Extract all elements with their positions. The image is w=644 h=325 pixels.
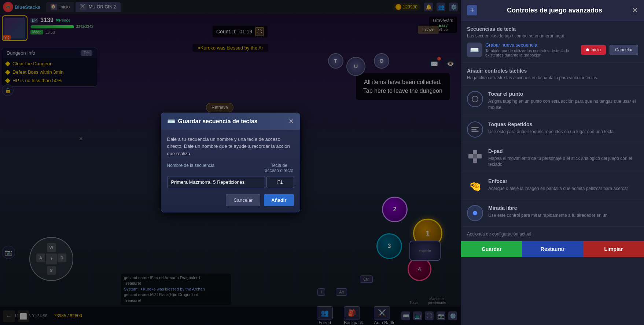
mirada-libre-desc: Usa este control para mirar rápidamente …	[488, 212, 638, 219]
restaurar-button[interactable]: Restaurar	[522, 241, 583, 257]
toques-repetidos-text: Toques Repetidos Use esto para añadir to…	[488, 121, 638, 135]
tocar-punto-text: Tocar el punto Asigna tapping en un punt…	[488, 91, 638, 111]
form-inputs	[167, 176, 294, 188]
inicio-button[interactable]: Inicio	[581, 45, 606, 55]
modal-close-button[interactable]: ✕	[288, 118, 294, 125]
modal-cancel-button[interactable]: Cancelar	[226, 194, 260, 206]
right-panel-close[interactable]: ✕	[632, 6, 638, 15]
right-panel-header: + Controles de juego avanzados ✕	[461, 0, 644, 21]
control-dpad: D-pad Mapea el movimiento de tu personaj…	[461, 143, 644, 174]
label-name: Nombre de la secuencia	[167, 163, 265, 173]
right-panel: + Controles de juego avanzados ✕ Secuenc…	[461, 0, 644, 325]
tactile-title: Añadir controles táctiles	[467, 68, 638, 74]
modal-add-button[interactable]: Añadir	[264, 194, 294, 206]
modal-header: ⌨️ Guardar secuencia de teclas ✕	[161, 113, 300, 130]
enfocar-text: Enfocar Acerque o aleje la imagen en pan…	[488, 178, 638, 192]
label-key: Tecla de acceso directo	[265, 163, 294, 173]
modal-title: ⌨️ Guardar secuencia de teclas	[167, 117, 258, 125]
enfocar-desc: Acerque o aleje la imagen en pantalla qu…	[488, 186, 638, 192]
guardar-button[interactable]: Guardar	[461, 241, 522, 257]
hotkey-input[interactable]	[266, 176, 294, 188]
circle-icon	[472, 96, 478, 102]
config-actions-label: Acciones de configuración actual	[461, 227, 644, 241]
limpiar-button[interactable]: Limpiar	[583, 241, 644, 257]
control-enfocar: 🤏 Enfocar Acerque o aleje la imagen en p…	[461, 173, 644, 200]
sequences-title: Secuencias de tecla	[467, 26, 638, 32]
enfocar-icon: 🤏	[467, 178, 483, 194]
mirada-libre-text: Mirada libre Usa este control para mirar…	[488, 205, 638, 219]
form-labels: Nombre de la secuencia Tecla de acceso d…	[167, 163, 294, 173]
sequences-section: Secuencias de tecla Las secuencias de ta…	[461, 21, 644, 63]
control-tocar-punto: Tocar el punto Asigna tapping en un punt…	[461, 86, 644, 116]
dpad-title: D-pad	[488, 148, 638, 154]
modal-dialog: ⌨️ Guardar secuencia de teclas ✕ Dale a …	[161, 113, 300, 213]
toques-repetidos-icon	[467, 121, 483, 138]
modal-form: Nombre de la secuencia Tecla de acceso d…	[167, 163, 294, 188]
sequence-name-input[interactable]	[167, 176, 265, 188]
inicio-dot	[586, 48, 589, 51]
modal-keyboard-icon: ⌨️	[167, 117, 175, 125]
dpad-text: D-pad Mapea el movimiento de tu personaj…	[488, 148, 638, 168]
modal-description: Dale a tu secuencia un nombre y una tecl…	[167, 136, 294, 157]
record-icon: ⌨️	[467, 43, 482, 57]
record-row: ⌨️ Grabar nueva secuencia También puede …	[467, 42, 638, 57]
record-text: Grabar nueva secuencia También puede uti…	[485, 42, 577, 57]
tocar-punto-icon	[467, 91, 483, 107]
sequences-cancel-button[interactable]: Cancelar	[610, 45, 638, 55]
toques-repetidos-title: Toques Repetidos	[488, 121, 638, 127]
right-panel-title: Controles de juego avanzados	[507, 7, 602, 14]
mirada-libre-icon	[467, 205, 483, 221]
action-buttons: Guardar Restaurar Limpiar	[461, 241, 644, 257]
game-area: 🎮 BlueStacks 🏠 Inicio ⚔️ MU ORIGIN 2 129…	[0, 0, 461, 325]
record-desc: También puede utilizar los controles de …	[485, 48, 577, 57]
add-sequence-button[interactable]: +	[467, 5, 477, 15]
toques-repetidos-desc: Use esto para añadir toques repetidos en…	[488, 129, 638, 135]
tactile-desc: Haga clic o arrastre las acciones en la …	[467, 75, 638, 80]
control-mirada-libre: Mirada libre Usa este control para mirar…	[461, 200, 644, 227]
tocar-punto-desc: Asigna tapping en un punto con esta acci…	[488, 98, 638, 111]
repeat-icon	[471, 127, 479, 132]
dpad-shape	[468, 150, 482, 163]
modal-overlay: ⌨️ Guardar secuencia de teclas ✕ Dale a …	[0, 0, 461, 325]
modal-footer: Cancelar Añadir	[161, 194, 300, 212]
tocar-punto-title: Tocar el punto	[488, 91, 638, 97]
sequences-desc: Las secuencias de tap / combo se enumera…	[467, 33, 638, 39]
record-title[interactable]: Grabar nueva secuencia	[485, 42, 577, 48]
control-toques-repetidos: Toques Repetidos Use esto para añadir to…	[461, 116, 644, 143]
tactile-section: Añadir controles táctiles Haga clic o ar…	[461, 63, 644, 86]
modal-body: Dale a tu secuencia un nombre y una tecl…	[161, 130, 300, 194]
dpad-icon	[467, 148, 483, 164]
enfocar-title: Enfocar	[488, 178, 638, 184]
radio-selected	[473, 211, 477, 215]
dpad-desc: Mapea el movimiento de tu personaje o el…	[488, 156, 638, 168]
pinch-icon: 🤏	[469, 180, 482, 193]
mirada-libre-title: Mirada libre	[488, 205, 638, 211]
